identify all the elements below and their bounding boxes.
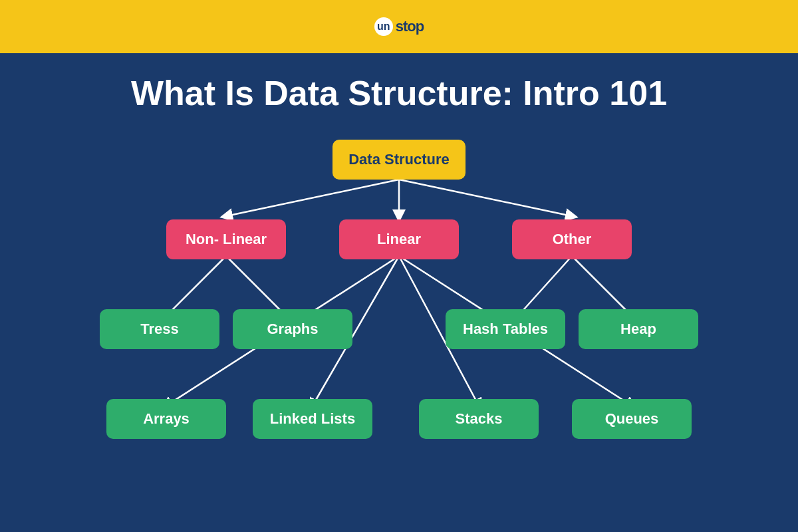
diagram: Data Structure Non- Linear Linear Other … <box>33 140 765 525</box>
logo: un stop <box>372 13 426 40</box>
page-title: What Is Data Structure: Intro 101 <box>131 73 667 113</box>
main-content: What Is Data Structure: Intro 101 <box>0 53 798 532</box>
node-data-structure: Data Structure <box>332 140 466 180</box>
node-arrays: Arrays <box>106 399 226 439</box>
node-other: Other <box>512 219 632 259</box>
svg-line-2 <box>399 180 572 216</box>
node-tress: Tress <box>100 309 219 349</box>
svg-line-0 <box>226 180 399 216</box>
logo-icon: un <box>374 17 393 36</box>
node-non-linear: Non- Linear <box>166 219 286 259</box>
node-heap: Heap <box>579 309 698 349</box>
logo-text: stop <box>396 18 424 35</box>
header-bar: un stop <box>0 0 798 53</box>
node-queues: Queues <box>572 399 692 439</box>
node-stacks: Stacks <box>419 399 539 439</box>
node-linear: Linear <box>339 219 459 259</box>
node-hash-tables: Hash Tables <box>446 309 565 349</box>
node-linked-lists: Linked Lists <box>253 399 372 439</box>
node-graphs: Graphs <box>233 309 352 349</box>
